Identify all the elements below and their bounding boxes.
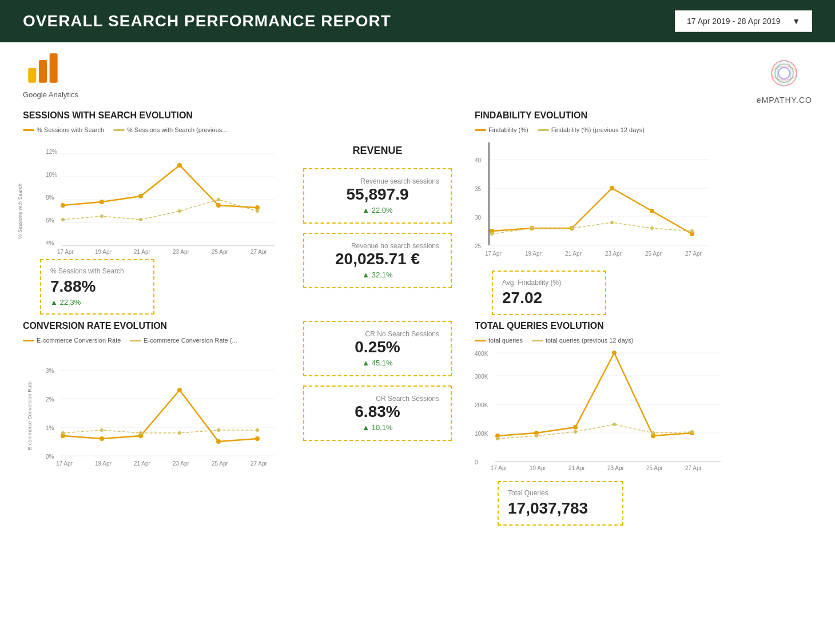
google-analytics-logo: Google Analytics [23, 48, 78, 99]
svg-text:25 Apr: 25 Apr [212, 460, 229, 467]
svg-text:0%: 0% [46, 454, 54, 460]
sessions-arrow-up-icon: ▲ [50, 298, 59, 307]
svg-text:4%: 4% [46, 240, 54, 247]
svg-point-52 [490, 232, 494, 236]
cr-search-change: ▲ 10.1% [316, 423, 439, 432]
svg-text:19 Apr: 19 Apr [525, 251, 542, 257]
total-queries-legend-label-1: total queries [488, 337, 523, 344]
svg-point-30 [256, 209, 259, 213]
conversion-legend-item-1: E-commerce Conversion Rate [23, 337, 121, 344]
svg-text:6%: 6% [46, 217, 54, 224]
svg-text:25 Apr: 25 Apr [212, 249, 229, 255]
logos-row: Google Analytics eMPATHY.CO [0, 42, 835, 105]
sessions-metric-label: % Sessions with Search [50, 267, 144, 275]
findability-metric-card: Avg. Findability (%) 27.02 [492, 271, 606, 315]
svg-text:25 Apr: 25 Apr [645, 251, 662, 257]
svg-text:10%: 10% [46, 172, 57, 178]
conversion-chart-svg: 0% 1% 2% 3% [46, 347, 275, 467]
sessions-legend-label-2: % Sessions with Search (previous... [127, 126, 227, 133]
svg-point-110 [574, 430, 577, 434]
svg-text:21 Apr: 21 Apr [565, 251, 582, 257]
svg-point-53 [530, 226, 534, 230]
svg-text:17 Apr: 17 Apr [485, 251, 502, 257]
svg-text:E-commerce Conversion Rate: E-commerce Conversion Rate [27, 381, 33, 451]
svg-text:35: 35 [475, 186, 482, 192]
svg-point-22 [177, 163, 182, 168]
sessions-title: SESSIONS WITH SEARCH EVOLUTION [23, 110, 280, 121]
svg-text:12%: 12% [46, 149, 57, 155]
revenue-title: REVENUE [352, 145, 402, 157]
revenue-card-2: Revenue no search sessions 20,025.71 € ▲… [303, 233, 452, 288]
conversion-legend: E-commerce Conversion Rate E-commerce Co… [23, 337, 280, 344]
svg-text:30: 30 [475, 214, 482, 221]
svg-text:23 Apr: 23 Apr [173, 460, 190, 467]
svg-point-108 [496, 437, 499, 440]
svg-text:17 Apr: 17 Apr [491, 465, 508, 471]
svg-point-109 [535, 434, 538, 438]
revenue-card-1: Revenue search sessions 55,897.9 ▲ 22.0% [303, 168, 452, 224]
svg-point-55 [610, 221, 614, 224]
svg-point-49 [610, 186, 614, 190]
sessions-metric-value: 7.88% [50, 277, 144, 296]
svg-rect-0 [28, 68, 36, 83]
sessions-legend-label-1: % Sessions with Search [37, 126, 104, 133]
bottom-row: CONVERSION RATE EVOLUTION E-commerce Con… [0, 315, 835, 537]
svg-text:8%: 8% [46, 194, 54, 201]
sessions-legend: % Sessions with Search % Sessions with S… [23, 126, 280, 133]
revenue-2-arrow-icon: ▲ [362, 271, 371, 279]
svg-point-21 [138, 194, 143, 198]
svg-text:17 Apr: 17 Apr [56, 460, 73, 467]
svg-point-78 [61, 431, 65, 435]
sessions-metric-card: % Sessions with Search 7.88% ▲ 22.3% [40, 259, 154, 315]
findability-chart-svg: 25 30 35 40 [475, 137, 715, 263]
revenue-1-arrow-icon: ▲ [362, 206, 371, 214]
cr-search-value: 6.83% [316, 403, 439, 421]
svg-point-50 [650, 209, 654, 213]
svg-text:1%: 1% [46, 425, 54, 431]
findability-section: FINDABILITY EVOLUTION Findability (%) Fi… [475, 110, 812, 315]
svg-point-25 [61, 218, 65, 221]
svg-text:19 Apr: 19 Apr [95, 249, 112, 255]
svg-text:27 Apr: 27 Apr [250, 460, 268, 467]
svg-text:19 Apr: 19 Apr [530, 465, 547, 471]
findability-metric-label: Avg. Findability (%) [502, 279, 596, 287]
svg-point-82 [217, 428, 220, 432]
sessions-chart-svg: 4% 6% 8% 10% 12% [46, 137, 275, 251]
svg-point-54 [570, 226, 574, 230]
page-title: OVERALL SEARCH PERFORMANCE REPORT [23, 12, 391, 30]
svg-point-27 [139, 218, 142, 221]
cr-search-arrow-icon: ▲ [362, 423, 371, 432]
svg-text:17 Apr: 17 Apr [57, 249, 74, 255]
svg-point-23 [216, 203, 221, 208]
svg-point-19 [61, 203, 65, 208]
total-queries-legend-label-2: total queries (previous 12 days) [546, 337, 633, 344]
total-queries-legend-item-1: total queries [475, 337, 523, 344]
sessions-section: SESSIONS WITH SEARCH EVOLUTION % Session… [23, 110, 280, 315]
svg-text:200K: 200K [475, 402, 488, 408]
sessions-metric-change: ▲ 22.3% [50, 298, 144, 307]
findability-legend: Findability (%) Findability (%) (previou… [475, 126, 812, 133]
svg-text:27 Apr: 27 Apr [250, 249, 268, 255]
svg-point-57 [690, 229, 694, 233]
ga-icon [23, 48, 63, 88]
svg-point-105 [612, 351, 617, 355]
total-queries-metric-value: 17,037,783 [508, 499, 613, 518]
svg-text:23 Apr: 23 Apr [607, 465, 625, 471]
cr-no-search-label: CR No Search Sessions [316, 330, 439, 338]
svg-text:27 Apr: 27 Apr [685, 465, 702, 471]
total-queries-chart-svg: 0 100K 200K 300K 400K [475, 347, 726, 473]
svg-point-75 [177, 388, 182, 392]
empathy-icon [764, 53, 804, 93]
svg-point-81 [178, 431, 181, 435]
total-queries-legend-item-2: total queries (previous 12 days) [532, 337, 633, 344]
svg-point-56 [650, 226, 654, 230]
svg-text:40: 40 [475, 157, 482, 164]
dropdown-arrow-icon: ▼ [792, 17, 800, 26]
svg-point-79 [100, 428, 104, 432]
svg-point-77 [255, 436, 260, 441]
cr-no-search-arrow-icon: ▲ [362, 359, 371, 367]
svg-rect-2 [50, 53, 58, 82]
svg-point-80 [139, 431, 142, 435]
cr-no-search-value: 0.25% [316, 338, 439, 356]
date-range-button[interactable]: 17 Apr 2019 - 28 Apr 2019 ▼ [675, 10, 812, 32]
